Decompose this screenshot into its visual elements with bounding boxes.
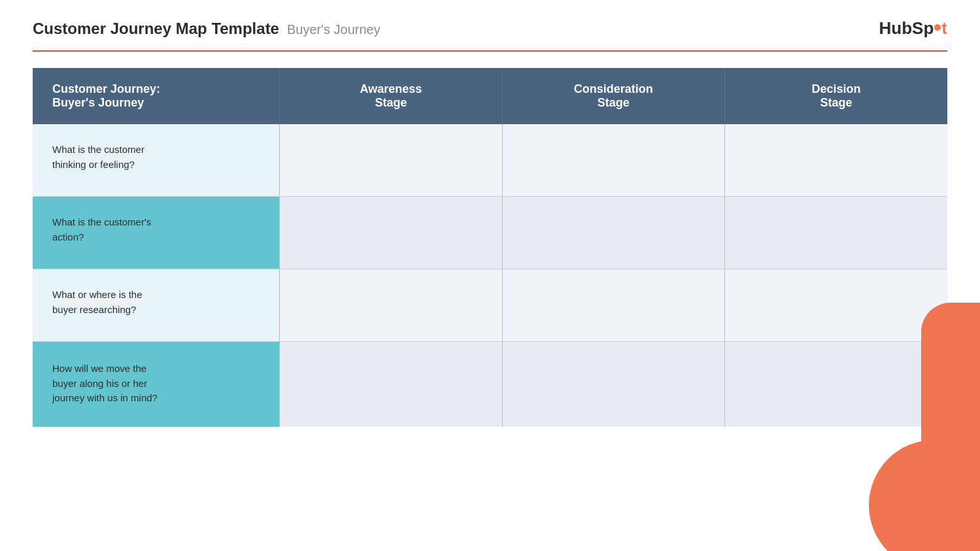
row3-label: What or where is the buyer researching? [33,269,279,341]
row1-label-cell: What is the customer thinking or feeling… [33,124,280,197]
orange-decoration-tab [921,303,980,473]
row3-consideration-cell [502,269,724,342]
row1-decision-content [725,124,947,196]
row1-label: What is the customer thinking or feeling… [33,124,279,196]
row2-awareness-content [280,197,501,269]
row3-label-cell: What or where is the buyer researching? [33,269,280,342]
row4-awareness-cell [280,342,502,427]
row4-label: How will we move the buyer along his or … [33,342,279,427]
table-row: What is the customer thinking or feeling… [33,124,947,197]
col-header-consideration: Consideration Stage [502,68,724,124]
row2-label: What is the customer's action? [33,197,279,269]
row3-awareness-content [280,269,501,341]
row1-consideration-content [503,124,724,196]
col-header-awareness: Awareness Stage [280,68,502,124]
header-left: Customer Journey Map Template Buyer's Jo… [33,20,380,38]
row2-label-cell: What is the customer's action? [33,197,280,269]
row2-awareness-cell [280,197,502,269]
row1-awareness-cell [280,124,502,197]
col-header-category: Customer Journey: Buyer's Journey [33,68,280,124]
row1-decision-cell [725,124,947,197]
logo-text-start: HubSp [879,18,934,39]
journey-table: Customer Journey: Buyer's Journey Awaren… [33,68,947,427]
table-row: What or where is the buyer researching? [33,269,947,342]
row4-consideration-cell [502,342,724,427]
row1-awareness-content [280,124,501,196]
table-row: What is the customer's action? [33,197,947,269]
row3-awareness-cell [280,269,502,342]
row4-awareness-content [280,342,501,427]
row3-decision-cell [725,269,947,342]
logo-text-end: t [941,18,947,39]
row4-label-cell: How will we move the buyer along his or … [33,342,280,427]
row2-decision-content [725,197,947,269]
table-row: How will we move the buyer along his or … [33,342,947,427]
row3-consideration-content [503,269,724,341]
row4-decision-cell [725,342,947,427]
row3-decision-content [725,269,947,341]
page-subtitle: Buyer's Journey [287,22,380,37]
hubspot-logo: HubSpt [879,18,947,39]
table-header-row: Customer Journey: Buyer's Journey Awaren… [33,68,947,124]
page-wrapper: Customer Journey Map Template Buyer's Jo… [0,0,980,551]
main-content: Customer Journey: Buyer's Journey Awaren… [0,52,980,443]
row2-decision-cell [725,197,947,269]
page-title: Customer Journey Map Template [33,20,279,38]
row2-consideration-cell [502,197,724,269]
row4-decision-content [725,342,947,427]
logo-dot-icon [934,24,941,31]
row1-consideration-cell [502,124,724,197]
row2-consideration-content [503,197,724,269]
row4-consideration-content [503,342,724,427]
col-header-decision: Decision Stage [725,68,947,124]
page-header: Customer Journey Map Template Buyer's Jo… [0,0,980,39]
